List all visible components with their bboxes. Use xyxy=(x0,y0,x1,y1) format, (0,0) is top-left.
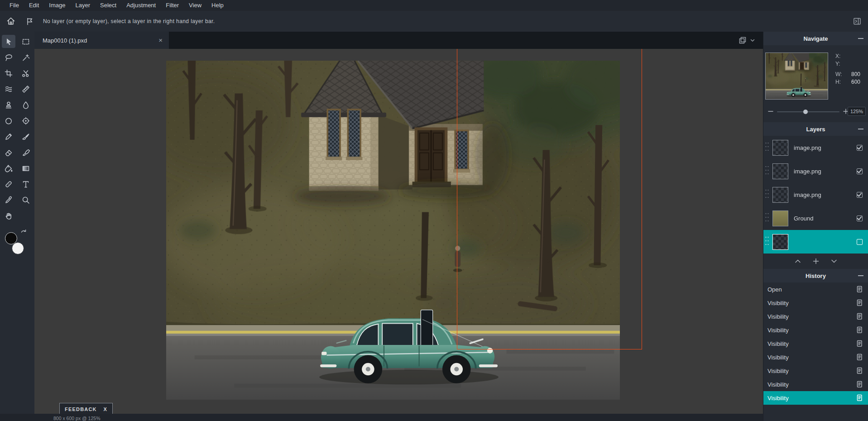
layer-row-selected[interactable] xyxy=(763,230,868,254)
layer-visibility-checkbox[interactable] xyxy=(857,239,863,245)
menu-help[interactable]: Help xyxy=(206,0,229,11)
layer-row[interactable]: Ground xyxy=(763,206,868,230)
feedback-label: FEEDBACK xyxy=(65,407,97,412)
focus-tool[interactable] xyxy=(17,113,34,129)
hand-tool[interactable] xyxy=(0,208,17,224)
layer-thumbnail[interactable] xyxy=(772,234,788,250)
smudge-tool[interactable] xyxy=(17,144,34,160)
menu-image[interactable]: Image xyxy=(44,0,70,11)
liquify-tool[interactable] xyxy=(0,81,17,97)
collapse-navigate-icon[interactable] xyxy=(858,38,863,39)
shape-tool[interactable] xyxy=(0,113,17,129)
drag-handle-icon[interactable] xyxy=(765,236,769,248)
layer-thumbnail[interactable] xyxy=(772,187,788,203)
pages-icon xyxy=(856,340,863,348)
fill-tool[interactable] xyxy=(0,160,17,176)
feedback-button[interactable]: FEEDBACK X xyxy=(59,403,113,414)
collapse-layers-icon[interactable] xyxy=(858,129,863,129)
zoom-tool[interactable] xyxy=(17,192,34,208)
clone-tool[interactable] xyxy=(0,97,17,113)
windows-cascade-icon[interactable] xyxy=(738,36,747,45)
zoom-slider[interactable] xyxy=(777,111,839,112)
pages-icon xyxy=(856,285,863,293)
document-image[interactable] xyxy=(166,61,620,400)
layer-row[interactable]: image.png xyxy=(763,159,868,183)
menu-select[interactable]: Select xyxy=(95,0,121,11)
layer-thumbnail[interactable] xyxy=(772,163,788,179)
layer-visibility-checkbox[interactable] xyxy=(857,145,863,151)
drag-handle-icon[interactable] xyxy=(765,142,769,153)
foreground-color-swatch[interactable] xyxy=(5,232,17,244)
move-layer-up-icon[interactable] xyxy=(794,258,801,264)
history-item[interactable]: Visibility xyxy=(763,310,868,323)
menu-filter[interactable]: Filter xyxy=(161,0,184,11)
pointer-flag-icon[interactable] xyxy=(25,17,34,26)
heal-tool[interactable] xyxy=(0,176,17,192)
tab-document[interactable]: Map0010 (1).pxd × xyxy=(34,32,169,49)
layer-visibility-checkbox[interactable] xyxy=(857,215,863,221)
menu-layer[interactable]: Layer xyxy=(71,0,96,11)
drag-handle-icon[interactable] xyxy=(765,212,769,224)
eraser-icon xyxy=(4,148,13,157)
history-item[interactable]: Open xyxy=(763,282,868,296)
navigate-header: Navigate xyxy=(763,32,868,45)
layer-label: Ground xyxy=(794,215,813,222)
layer-row[interactable]: image.png xyxy=(763,136,868,159)
layer-thumbnail[interactable] xyxy=(772,140,788,156)
tab-close-icon[interactable]: × xyxy=(158,32,163,49)
history-item[interactable]: Visibility xyxy=(763,337,868,350)
gradient-tool[interactable] xyxy=(17,160,34,176)
eraser-tool[interactable] xyxy=(0,144,17,160)
navigate-thumbnail[interactable] xyxy=(765,53,828,100)
history-item[interactable]: Visibility xyxy=(763,364,868,378)
feedback-close[interactable]: X xyxy=(103,407,107,412)
marquee-tool[interactable] xyxy=(17,33,34,49)
layer-visibility-checkbox[interactable] xyxy=(857,192,863,198)
history-item-selected[interactable]: Visibility xyxy=(763,391,868,405)
collapse-history-icon[interactable] xyxy=(858,275,863,276)
cutout-tool[interactable] xyxy=(17,65,34,81)
x-label: X: xyxy=(835,53,840,60)
menu-file[interactable]: File xyxy=(5,0,24,11)
pen-tool[interactable] xyxy=(0,129,17,144)
move-layer-down-icon[interactable] xyxy=(830,258,838,264)
arrange-tool[interactable] xyxy=(0,33,17,49)
canvas-area[interactable]: FEEDBACK X xyxy=(34,49,763,414)
history-item[interactable]: Visibility xyxy=(763,350,868,364)
tool-bar xyxy=(0,32,34,414)
wand-tool[interactable] xyxy=(17,49,34,65)
blur-tool[interactable] xyxy=(17,97,34,113)
menu-adjustment[interactable]: Adjustment xyxy=(121,0,161,11)
layer-row[interactable]: image.png xyxy=(763,183,868,206)
chevron-down-icon[interactable] xyxy=(749,37,756,43)
add-layer-icon[interactable] xyxy=(812,258,820,265)
picker-tool[interactable] xyxy=(0,192,17,208)
measure-tool[interactable] xyxy=(17,81,34,97)
lasso-icon xyxy=(4,53,13,62)
layer-visibility-checkbox[interactable] xyxy=(857,168,863,174)
text-tool[interactable] xyxy=(17,176,34,192)
crop-tool[interactable] xyxy=(0,65,17,81)
height-label: H: xyxy=(835,78,841,86)
zoom-value-field[interactable]: 125% xyxy=(848,107,866,116)
home-icon[interactable] xyxy=(6,16,16,26)
menu-view[interactable]: View xyxy=(184,0,206,11)
zoom-out-icon[interactable] xyxy=(767,108,774,115)
background-color-swatch[interactable] xyxy=(12,242,24,254)
drag-handle-icon[interactable] xyxy=(765,165,769,177)
history-label: Visibility xyxy=(767,368,789,374)
zoom-slider-handle[interactable] xyxy=(803,110,808,114)
menu-edit[interactable]: Edit xyxy=(24,0,44,11)
swap-arrows-icon[interactable] xyxy=(20,229,27,236)
history-item[interactable]: Visibility xyxy=(763,378,868,391)
drag-handle-icon[interactable] xyxy=(765,189,769,201)
pages-icon xyxy=(856,380,863,388)
scissors-icon xyxy=(21,69,30,78)
info-bar: No layer (or empty layer), select a laye… xyxy=(0,11,868,32)
brush-tool[interactable] xyxy=(17,129,34,144)
history-item[interactable]: Visibility xyxy=(763,296,868,310)
history-item[interactable]: Visibility xyxy=(763,323,868,337)
lasso-tool[interactable] xyxy=(0,49,17,65)
layer-thumbnail[interactable] xyxy=(772,210,788,226)
toggle-right-panel-icon[interactable] xyxy=(853,17,862,26)
